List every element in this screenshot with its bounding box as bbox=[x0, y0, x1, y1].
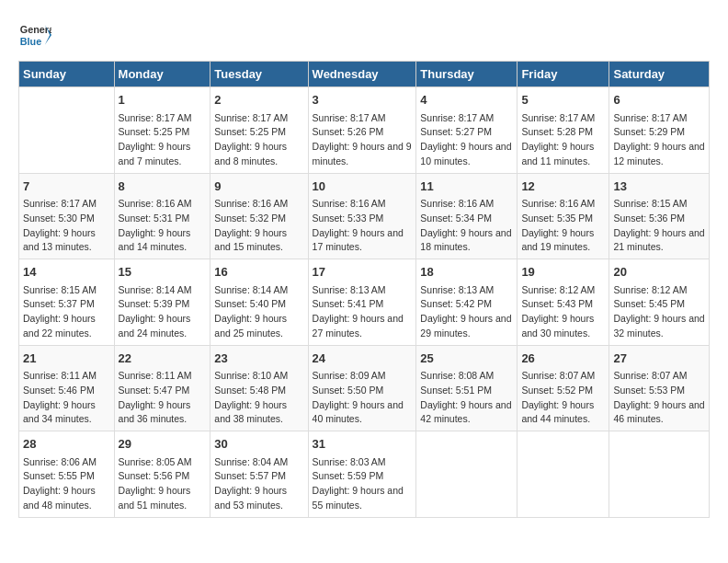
day-cell: 20Sunrise: 8:12 AMSunset: 5:45 PMDayligh… bbox=[609, 259, 710, 346]
column-header-wednesday: Wednesday bbox=[308, 62, 416, 87]
day-number: 11 bbox=[420, 178, 513, 196]
day-cell: 14Sunrise: 8:15 AMSunset: 5:37 PMDayligh… bbox=[19, 259, 115, 346]
day-cell bbox=[518, 431, 609, 518]
day-cell: 5Sunrise: 8:17 AMSunset: 5:28 PMDaylight… bbox=[518, 87, 609, 174]
day-cell: 19Sunrise: 8:12 AMSunset: 5:43 PMDayligh… bbox=[518, 259, 609, 346]
day-number: 18 bbox=[420, 263, 513, 282]
day-number: 2 bbox=[214, 91, 303, 109]
day-info: Sunrise: 8:17 AMSunset: 5:30 PMDaylight:… bbox=[23, 197, 110, 255]
day-cell: 16Sunrise: 8:14 AMSunset: 5:40 PMDayligh… bbox=[210, 259, 308, 346]
day-info: Sunrise: 8:05 AMSunset: 5:56 PMDaylight:… bbox=[119, 455, 207, 513]
day-number: 21 bbox=[23, 350, 110, 368]
day-info: Sunrise: 8:16 AMSunset: 5:34 PMDaylight:… bbox=[420, 197, 513, 255]
day-cell: 1Sunrise: 8:17 AMSunset: 5:25 PMDaylight… bbox=[114, 87, 210, 174]
day-info: Sunrise: 8:14 AMSunset: 5:39 PMDaylight:… bbox=[119, 283, 207, 341]
day-number: 20 bbox=[613, 263, 705, 282]
svg-text:General: General bbox=[20, 24, 51, 35]
logo-icon: General Blue bbox=[18, 18, 51, 52]
day-number: 14 bbox=[23, 263, 110, 282]
day-cell: 11Sunrise: 8:16 AMSunset: 5:34 PMDayligh… bbox=[416, 173, 518, 259]
day-number: 26 bbox=[521, 350, 605, 368]
day-info: Sunrise: 8:07 AMSunset: 5:53 PMDaylight:… bbox=[613, 369, 705, 427]
day-number: 16 bbox=[214, 263, 303, 282]
day-number: 8 bbox=[119, 178, 207, 196]
column-header-sunday: Sunday bbox=[19, 62, 115, 87]
day-number: 4 bbox=[420, 91, 513, 109]
day-cell: 6Sunrise: 8:17 AMSunset: 5:29 PMDaylight… bbox=[609, 87, 710, 174]
day-number: 17 bbox=[313, 263, 413, 282]
day-number: 28 bbox=[23, 435, 110, 454]
day-cell: 25Sunrise: 8:08 AMSunset: 5:51 PMDayligh… bbox=[416, 345, 518, 431]
day-info: Sunrise: 8:08 AMSunset: 5:51 PMDaylight:… bbox=[420, 369, 513, 427]
day-number: 30 bbox=[214, 435, 303, 454]
day-cell: 30Sunrise: 8:04 AMSunset: 5:57 PMDayligh… bbox=[210, 431, 308, 518]
day-info: Sunrise: 8:17 AMSunset: 5:27 PMDaylight:… bbox=[420, 111, 513, 169]
day-info: Sunrise: 8:16 AMSunset: 5:31 PMDaylight:… bbox=[119, 197, 207, 255]
header-row: SundayMondayTuesdayWednesdayThursdayFrid… bbox=[19, 62, 710, 87]
day-info: Sunrise: 8:15 AMSunset: 5:36 PMDaylight:… bbox=[613, 197, 705, 255]
day-cell: 22Sunrise: 8:11 AMSunset: 5:47 PMDayligh… bbox=[114, 345, 210, 431]
day-info: Sunrise: 8:17 AMSunset: 5:25 PMDaylight:… bbox=[214, 111, 303, 169]
calendar-header: SundayMondayTuesdayWednesdayThursdayFrid… bbox=[19, 62, 710, 87]
day-info: Sunrise: 8:17 AMSunset: 5:29 PMDaylight:… bbox=[613, 111, 705, 169]
day-cell: 24Sunrise: 8:09 AMSunset: 5:50 PMDayligh… bbox=[308, 345, 416, 431]
calendar-table: SundayMondayTuesdayWednesdayThursdayFrid… bbox=[18, 61, 710, 518]
day-cell: 27Sunrise: 8:07 AMSunset: 5:53 PMDayligh… bbox=[609, 345, 710, 431]
day-cell: 8Sunrise: 8:16 AMSunset: 5:31 PMDaylight… bbox=[114, 173, 210, 259]
day-cell: 13Sunrise: 8:15 AMSunset: 5:36 PMDayligh… bbox=[609, 173, 710, 259]
day-info: Sunrise: 8:16 AMSunset: 5:35 PMDaylight:… bbox=[521, 197, 605, 255]
column-header-saturday: Saturday bbox=[609, 62, 710, 87]
day-number: 13 bbox=[613, 178, 705, 196]
day-cell: 26Sunrise: 8:07 AMSunset: 5:52 PMDayligh… bbox=[518, 345, 609, 431]
day-info: Sunrise: 8:16 AMSunset: 5:32 PMDaylight:… bbox=[214, 197, 303, 255]
day-number: 31 bbox=[313, 435, 413, 454]
day-number: 22 bbox=[119, 350, 207, 368]
day-number: 29 bbox=[119, 435, 207, 454]
day-cell: 31Sunrise: 8:03 AMSunset: 5:59 PMDayligh… bbox=[308, 431, 416, 518]
day-number: 10 bbox=[313, 178, 413, 196]
logo: General Blue bbox=[18, 18, 51, 52]
day-info: Sunrise: 8:17 AMSunset: 5:25 PMDaylight:… bbox=[119, 111, 207, 169]
day-cell: 21Sunrise: 8:11 AMSunset: 5:46 PMDayligh… bbox=[19, 345, 115, 431]
day-cell bbox=[609, 431, 710, 518]
day-info: Sunrise: 8:16 AMSunset: 5:33 PMDaylight:… bbox=[313, 197, 413, 255]
day-number: 6 bbox=[613, 91, 705, 109]
day-cell: 3Sunrise: 8:17 AMSunset: 5:26 PMDaylight… bbox=[308, 87, 416, 174]
day-number: 24 bbox=[313, 350, 413, 368]
day-cell bbox=[416, 431, 518, 518]
day-number: 27 bbox=[613, 350, 705, 368]
day-cell: 28Sunrise: 8:06 AMSunset: 5:55 PMDayligh… bbox=[19, 431, 115, 518]
day-number: 7 bbox=[23, 178, 110, 196]
svg-text:Blue: Blue bbox=[20, 36, 41, 47]
week-row-1: 1Sunrise: 8:17 AMSunset: 5:25 PMDaylight… bbox=[19, 87, 710, 174]
day-info: Sunrise: 8:04 AMSunset: 5:57 PMDaylight:… bbox=[214, 455, 303, 513]
day-info: Sunrise: 8:14 AMSunset: 5:40 PMDaylight:… bbox=[214, 283, 303, 341]
day-cell: 18Sunrise: 8:13 AMSunset: 5:42 PMDayligh… bbox=[416, 259, 518, 346]
day-info: Sunrise: 8:06 AMSunset: 5:55 PMDaylight:… bbox=[23, 455, 110, 513]
day-number: 23 bbox=[214, 350, 303, 368]
day-info: Sunrise: 8:13 AMSunset: 5:42 PMDaylight:… bbox=[420, 283, 513, 341]
day-info: Sunrise: 8:15 AMSunset: 5:37 PMDaylight:… bbox=[23, 283, 110, 341]
week-row-2: 7Sunrise: 8:17 AMSunset: 5:30 PMDaylight… bbox=[19, 173, 710, 259]
day-info: Sunrise: 8:17 AMSunset: 5:28 PMDaylight:… bbox=[521, 111, 605, 169]
week-row-4: 21Sunrise: 8:11 AMSunset: 5:46 PMDayligh… bbox=[19, 345, 710, 431]
day-info: Sunrise: 8:12 AMSunset: 5:43 PMDaylight:… bbox=[521, 283, 605, 341]
day-cell bbox=[19, 87, 115, 174]
header: General Blue bbox=[18, 18, 710, 52]
day-info: Sunrise: 8:11 AMSunset: 5:47 PMDaylight:… bbox=[119, 369, 207, 427]
day-info: Sunrise: 8:07 AMSunset: 5:52 PMDaylight:… bbox=[521, 369, 605, 427]
week-row-3: 14Sunrise: 8:15 AMSunset: 5:37 PMDayligh… bbox=[19, 259, 710, 346]
day-info: Sunrise: 8:13 AMSunset: 5:41 PMDaylight:… bbox=[313, 283, 413, 341]
day-number: 19 bbox=[521, 263, 605, 282]
day-cell: 4Sunrise: 8:17 AMSunset: 5:27 PMDaylight… bbox=[416, 87, 518, 174]
day-number: 1 bbox=[119, 91, 207, 109]
column-header-friday: Friday bbox=[518, 62, 609, 87]
day-info: Sunrise: 8:03 AMSunset: 5:59 PMDaylight:… bbox=[313, 455, 413, 513]
day-info: Sunrise: 8:10 AMSunset: 5:48 PMDaylight:… bbox=[214, 369, 303, 427]
day-cell: 2Sunrise: 8:17 AMSunset: 5:25 PMDaylight… bbox=[210, 87, 308, 174]
day-cell: 10Sunrise: 8:16 AMSunset: 5:33 PMDayligh… bbox=[308, 173, 416, 259]
day-info: Sunrise: 8:09 AMSunset: 5:50 PMDaylight:… bbox=[313, 369, 413, 427]
day-cell: 29Sunrise: 8:05 AMSunset: 5:56 PMDayligh… bbox=[114, 431, 210, 518]
day-number: 25 bbox=[420, 350, 513, 368]
week-row-5: 28Sunrise: 8:06 AMSunset: 5:55 PMDayligh… bbox=[19, 431, 710, 518]
